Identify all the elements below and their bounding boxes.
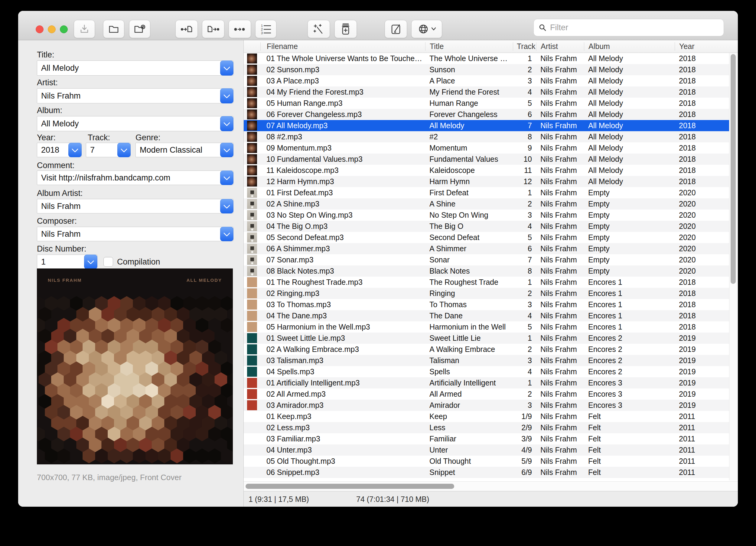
column-header-track[interactable]: Track xyxy=(513,42,536,51)
year-combo[interactable] xyxy=(37,143,82,157)
minimize-window-button[interactable] xyxy=(48,25,56,33)
table-row[interactable]: 01 The Whole Universe Wants to Be Touche… xyxy=(244,53,730,64)
filter-input[interactable] xyxy=(549,23,724,33)
column-header-album[interactable]: Album xyxy=(584,42,675,51)
filename-to-tag-button[interactable] xyxy=(202,20,224,38)
genre-input[interactable] xyxy=(136,143,220,157)
table-row[interactable]: 06 A Shimmer.mp3 A Shimmer 6 Nils Frahm … xyxy=(244,243,730,254)
table-row[interactable]: 03 Amirador.mp3 Amirador 3 Nils Frahm En… xyxy=(244,400,730,411)
artist-dropdown-button[interactable] xyxy=(220,88,233,103)
table-row[interactable]: 04 Unter.mp3 Unter 4/9 Nils Frahm Felt 2… xyxy=(244,444,730,456)
comment-dropdown-button[interactable] xyxy=(220,171,233,185)
table-row[interactable]: 10 Fundamental Values.mp3 Fundamental Va… xyxy=(244,154,730,165)
disc-number-combo[interactable] xyxy=(37,255,97,269)
comment-combo[interactable] xyxy=(37,171,233,185)
album-dropdown-button[interactable] xyxy=(220,116,233,131)
table-row[interactable]: 03 No Step On Wing.mp3 No Step On Wing 3… xyxy=(244,210,730,221)
composer-dropdown-button[interactable] xyxy=(220,227,233,241)
table-row[interactable]: 03 Talisman.mp3 Talisman 3 Nils Frahm En… xyxy=(244,355,730,366)
tag-to-filename-button[interactable] xyxy=(175,20,198,38)
table-row[interactable]: 02 A Walking Embrace.mp3 A Walking Embra… xyxy=(244,344,730,355)
table-row[interactable]: 01 First Defeat.mp3 First Defeat 1 Nils … xyxy=(244,187,730,198)
column-header-year[interactable]: Year xyxy=(675,42,730,51)
save-button[interactable] xyxy=(74,20,95,38)
album-combo[interactable] xyxy=(37,116,233,131)
table-row[interactable]: 02 Less.mp3 Less 2/9 Nils Frahm Felt 201… xyxy=(244,422,730,433)
table-row[interactable]: 04 The Dane.mp3 The Dane 4 Nils Frahm En… xyxy=(244,310,730,321)
table-row[interactable]: 01 Sweet Little Lie.mp3 Sweet Little Lie… xyxy=(244,333,730,344)
artist-input[interactable] xyxy=(37,89,220,103)
album-artwork[interactable]: NILS FRAHM ALL MELODY xyxy=(37,268,233,464)
genre-combo[interactable] xyxy=(135,143,233,157)
table-row[interactable]: 02 Ringing.mp3 Ringing 2 Nils Frahm Enco… xyxy=(244,288,730,299)
renumber-tracks-button[interactable]: 1 2 3 xyxy=(255,20,276,38)
table-row[interactable]: 05 Second Defeat.mp3 Second Defeat 5 Nil… xyxy=(244,232,730,243)
table-row[interactable]: 02 Sunson.mp3 Sunson 2 Nils Frahm All Me… xyxy=(244,64,730,75)
track-thumbnail xyxy=(247,188,257,198)
table-row[interactable]: 04 The Big O.mp3 The Big O 4 Nils Frahm … xyxy=(244,221,730,232)
table-row[interactable]: 06 Snippet.mp3 Snippet 6/9 Nils Frahm Fe… xyxy=(244,467,730,478)
table-row[interactable]: 06 Forever Changeless.mp3 Forever Change… xyxy=(244,109,730,120)
album-artist-input[interactable] xyxy=(37,199,220,213)
zoom-window-button[interactable] xyxy=(60,25,68,33)
table-row[interactable]: 12 Harm Hymn.mp3 Harm Hymn 12 Nils Frahm… xyxy=(244,176,730,187)
filter-field[interactable] xyxy=(533,19,724,36)
table-row[interactable]: 08 Black Notes.mp3 Black Notes 8 Nils Fr… xyxy=(244,265,730,277)
vertical-scrollbar[interactable] xyxy=(729,53,738,480)
web-lookup-button[interactable] xyxy=(411,20,442,38)
table-row[interactable]: 01 Keep.mp3 Keep 1/9 Nils Frahm Felt 201… xyxy=(244,411,730,422)
table-row[interactable]: 02 All Armed.mp3 All Armed 2 Nils Frahm … xyxy=(244,388,730,400)
artist-combo[interactable] xyxy=(37,88,233,103)
album-input[interactable] xyxy=(37,116,220,131)
autotag-button[interactable] xyxy=(308,20,330,38)
disc-number-dropdown-button[interactable] xyxy=(84,255,97,269)
album-artist-dropdown-button[interactable] xyxy=(220,199,233,213)
year-dropdown-button[interactable] xyxy=(68,143,82,157)
title-combo[interactable] xyxy=(37,60,233,76)
table-row[interactable]: 08 #2.mp3 #2 8 Nils Frahm All Melody 201… xyxy=(244,131,730,142)
table-row[interactable]: 01 The Roughest Trade.mp3 The Roughest T… xyxy=(244,277,730,288)
column-header-filename[interactable]: Filename xyxy=(260,42,425,51)
year-input[interactable] xyxy=(37,143,68,157)
track-dropdown-button[interactable] xyxy=(117,143,131,157)
album-artist-combo[interactable] xyxy=(37,199,233,213)
close-window-button[interactable] xyxy=(36,25,44,33)
column-header-artist[interactable]: Artist xyxy=(536,42,584,51)
tag-to-tag-button[interactable] xyxy=(229,20,251,38)
title-input[interactable] xyxy=(37,61,220,75)
table-row[interactable]: 11 Kaleidoscope.mp3 Kaleidoscope 11 Nils… xyxy=(244,165,730,176)
composer-input[interactable] xyxy=(37,227,220,241)
table-row[interactable]: 05 Harmonium in the Well.mp3 Harmonium i… xyxy=(244,321,730,333)
vertical-scrollbar-thumb[interactable] xyxy=(731,54,736,284)
table-row[interactable]: 03 To Thomas.mp3 To Thomas 3 Nils Frahm … xyxy=(244,299,730,310)
column-header-title[interactable]: Title xyxy=(425,42,513,51)
track-combo[interactable] xyxy=(86,143,131,157)
title-dropdown-button[interactable] xyxy=(220,60,233,76)
table-row[interactable]: 07 Kind.mp3 Kind 7/9 Nils Frahm Felt 201… xyxy=(244,478,730,480)
table-row[interactable]: 04 Spells.mp3 Spells 4 Nils Frahm Encore… xyxy=(244,366,730,377)
table-row[interactable]: 09 Momentum.mp3 Momentum 9 Nils Frahm Al… xyxy=(244,142,730,154)
table-row[interactable]: 07 Sonar.mp3 Sonar 7 Nils Frahm Empty 20… xyxy=(244,254,730,265)
table-row[interactable]: 05 Old Thought.mp3 Old Thought 5/9 Nils … xyxy=(244,456,730,467)
table-row[interactable]: 04 My Friend the Forest.mp3 My Friend th… xyxy=(244,86,730,98)
column-header-thumbnail[interactable] xyxy=(244,42,260,51)
table-row[interactable]: 05 Human Range.mp3 Human Range 5 Nils Fr… xyxy=(244,98,730,109)
clean-tags-button[interactable] xyxy=(334,20,357,38)
table-row[interactable]: 07 All Melody.mp3 All Melody 7 Nils Frah… xyxy=(244,120,730,131)
horizontal-scrollbar-thumb[interactable] xyxy=(246,484,454,489)
genre-dropdown-button[interactable] xyxy=(220,143,233,157)
add-folder-button[interactable] xyxy=(129,20,150,38)
table-row[interactable]: 03 A Place.mp3 A Place 3 Nils Frahm All … xyxy=(244,75,730,86)
open-folder-button[interactable] xyxy=(103,20,124,38)
disc-number-input[interactable] xyxy=(37,255,84,269)
comment-input[interactable] xyxy=(37,171,220,185)
table-row[interactable]: 03 Familiar.mp3 Familiar 3/9 Nils Frahm … xyxy=(244,433,730,444)
horizontal-scrollbar[interactable] xyxy=(244,481,738,491)
track-input[interactable] xyxy=(86,143,117,157)
composer-combo[interactable] xyxy=(37,227,233,241)
table-row[interactable]: 01 Artificially Intelligent.mp3 Artifici… xyxy=(244,377,730,388)
cell-year: 2020 xyxy=(675,188,730,197)
compilation-checkbox[interactable] xyxy=(103,257,113,267)
edit-tags-button[interactable] xyxy=(385,20,407,38)
table-row[interactable]: 02 A Shine.mp3 A Shine 2 Nils Frahm Empt… xyxy=(244,198,730,210)
